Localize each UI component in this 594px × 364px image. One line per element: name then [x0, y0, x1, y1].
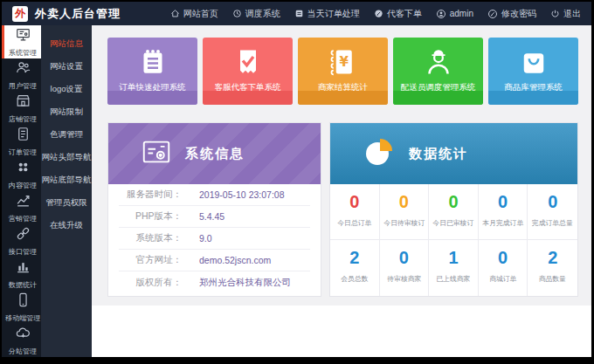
app-title: 外卖人后台管理	[35, 6, 121, 22]
bar-chart-icon	[15, 258, 31, 278]
statistics-grid: 0 今日总订单 0 今日待审核订 0 今日已审核订 0	[330, 184, 577, 296]
stat-total-members: 2 会员总数	[330, 240, 380, 296]
app-window: 外 外卖人后台管理 网站首页 调度系统 当天订单处理 代客下单 admin	[2, 2, 591, 357]
sidebar-item-api[interactable]: 接口管理	[2, 224, 41, 258]
submenu-item-site-limits[interactable]: 网站限制	[41, 100, 92, 123]
sidebar-item-users[interactable]: 用户管理	[2, 58, 41, 92]
link-icon	[15, 225, 31, 245]
info-row-server-time: 服务器时间： 2019-05-10 23:07:08	[119, 184, 310, 206]
sidebar-main-menu: 系统管理 用户管理 店铺管理 订单管理 内容管理 营销管理 接口管理 数据统计	[2, 25, 41, 357]
dashboard-section: 订单快速处理系统 客服代客下单系统 ¥ 商家结算统计	[92, 25, 591, 306]
proxy-order-icon	[374, 9, 383, 18]
info-row-system-version: 系统版本： 9.0	[119, 228, 310, 250]
nav-dispatch[interactable]: 调度系统	[232, 8, 280, 20]
info-label: 版权所有：	[119, 277, 182, 289]
submenu-item-site-info[interactable]: 网站信息	[41, 32, 92, 55]
card-footer-strip	[298, 91, 388, 105]
system-info-table: 服务器时间： 2019-05-10 23:07:08 PHP版本： 5.4.45…	[108, 184, 321, 293]
sidebar-submenu: 网站信息 网站设置 logo设置 网站限制 色调管理 网站头部导航 网站底部导航…	[41, 25, 92, 357]
pie-chart-icon	[362, 134, 397, 173]
info-label: 服务器时间：	[119, 189, 182, 201]
svg-text:¥: ¥	[339, 54, 349, 70]
users-icon	[15, 59, 31, 79]
stat-value: 0	[429, 192, 478, 212]
sidebar-item-marketing[interactable]: 营销管理	[2, 191, 41, 224]
stat-today-total-orders: 0 今日总订单	[330, 184, 380, 240]
app-logo: 外	[12, 6, 28, 22]
info-row-php-version: PHP版本： 5.4.45	[119, 206, 310, 228]
nav-admin[interactable]: admin	[436, 9, 473, 19]
panel-title: 系统信息	[185, 146, 245, 162]
submenu-item-header-nav[interactable]: 网站头部导航	[41, 146, 92, 168]
stat-online-merchants: 1 已上线商家	[429, 240, 479, 296]
submenu-item-online-upgrade[interactable]: 在线升级	[41, 214, 92, 237]
trend-chart-icon	[15, 192, 31, 212]
quick-link-cards: 订单快速处理系统 客服代客下单系统 ¥ 商家结算统计	[107, 38, 578, 105]
stat-value: 0	[479, 192, 528, 212]
settlement-yen-icon: ¥	[298, 38, 388, 78]
today-orders-icon	[294, 9, 304, 18]
sidebar-item-label: 营销管理	[9, 214, 37, 223]
stat-value: 0	[528, 192, 577, 212]
main-content: 订单快速处理系统 客服代客下单系统 ¥ 商家结算统计	[92, 25, 591, 357]
sidebar-item-label: 接口管理	[9, 247, 37, 257]
info-value: 2019-05-10 23:07:08	[199, 189, 285, 200]
card-service-proxy-order[interactable]: 客服代客下单系统	[203, 38, 293, 105]
monitor-icon	[15, 26, 31, 46]
notepad-icon	[107, 38, 197, 78]
submenu-item-footer-nav[interactable]: 网站底部导航	[41, 168, 92, 191]
submenu-item-logo-settings[interactable]: logo设置	[41, 78, 92, 100]
stat-value: 2	[330, 248, 379, 268]
stat-value: 0	[380, 192, 429, 212]
info-value: 9.0	[199, 233, 212, 244]
sidebar-item-content[interactable]: 内容管理	[2, 158, 41, 191]
sidebar-item-label: 数据统计	[9, 280, 37, 290]
card-goods-library[interactable]: 商品库管理系统	[488, 38, 578, 105]
nav-logout[interactable]: 退出	[550, 8, 581, 20]
submenu-item-admin-permissions[interactable]: 管理员权限	[41, 191, 92, 214]
stat-label: 今日总订单	[332, 218, 376, 228]
system-info-header: 系统信息	[108, 123, 321, 184]
submenu-item-color-settings[interactable]: 色调管理	[41, 123, 92, 146]
logo-glyph: 外	[15, 6, 25, 21]
nav-label: 代客下单	[387, 8, 422, 20]
sidebar-item-orders[interactable]: 订单管理	[2, 125, 41, 158]
data-statistics-panel: 数据统计 0 今日总订单 0 今日待审核订 0 今日已审核	[329, 122, 578, 297]
stat-today-reviewed-orders: 0 今日已审核订	[429, 184, 479, 240]
stat-value: 0	[479, 248, 528, 268]
top-header-bar: 外 外卖人后台管理 网站首页 调度系统 当天订单处理 代客下单 admin	[2, 2, 591, 25]
stat-label: 会员总数	[332, 274, 376, 284]
card-footer-strip	[107, 91, 197, 105]
nav-change-password[interactable]: 修改密码	[487, 8, 536, 20]
receipt-check-icon	[203, 38, 293, 78]
courier-icon	[393, 38, 483, 78]
card-courier-dispatch[interactable]: 配送员调度管理系统	[393, 38, 483, 105]
nav-home[interactable]: 网站首页	[170, 8, 218, 20]
nav-today-orders[interactable]: 当天订单处理	[294, 8, 360, 20]
stat-label: 商品数量	[530, 274, 576, 284]
sidebar-item-branch[interactable]: 分站管理	[2, 324, 41, 357]
card-merchant-settlement[interactable]: ¥ 商家结算统计	[298, 38, 388, 105]
sidebar-item-mobile[interactable]: 移动端管理	[2, 291, 41, 324]
info-label: 官方网址：	[119, 254, 182, 266]
sidebar-item-system[interactable]: 系统管理	[2, 25, 41, 58]
nav-label: 调度系统	[245, 8, 280, 20]
dispatch-icon	[232, 9, 242, 18]
stat-total-completed-orders: 0 完成订单总量	[528, 184, 577, 240]
sidebar-item-statistics[interactable]: 数据统计	[2, 258, 41, 291]
panel-title: 数据统计	[409, 146, 468, 162]
sidebar-item-label: 系统管理	[9, 48, 37, 58]
card-order-quick-processing[interactable]: 订单快速处理系统	[107, 38, 197, 105]
sidebar-item-shops[interactable]: 店铺管理	[2, 92, 41, 125]
nav-proxy-order[interactable]: 代客下单	[374, 8, 422, 20]
stat-value: 1	[429, 248, 478, 268]
sidebar-item-label: 分站管理	[9, 347, 37, 356]
info-row-copyright: 版权所有： 郑州光合科技有限公司	[119, 271, 310, 293]
sidebar-item-label: 订单管理	[9, 148, 37, 157]
submenu-item-site-settings[interactable]: 网站设置	[41, 55, 92, 78]
order-doc-icon	[15, 126, 31, 146]
data-statistics-header: 数据统计	[330, 123, 577, 184]
stat-label: 已上线商家	[431, 274, 475, 284]
shop-icon	[15, 93, 31, 113]
nav-label: admin	[450, 9, 473, 18]
